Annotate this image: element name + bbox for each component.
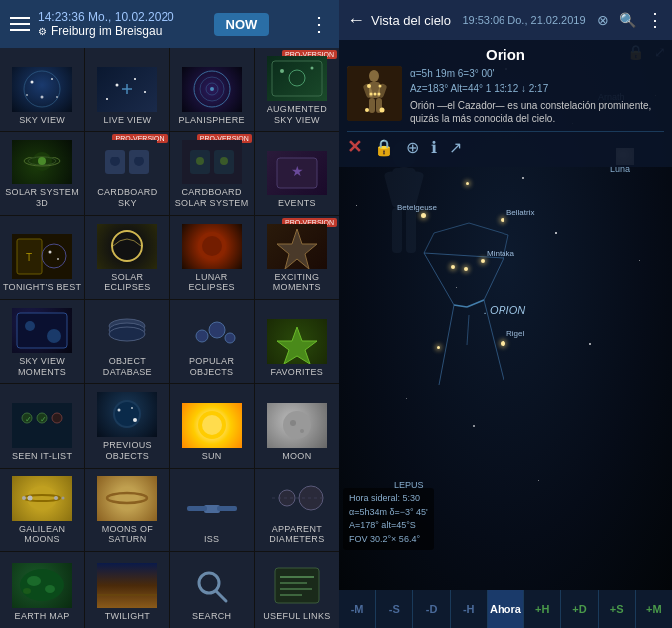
settings-icon-small: ⚙: [38, 26, 47, 37]
svg-point-67: [283, 411, 311, 439]
grid-item-iss[interactable]: ISS: [170, 469, 254, 551]
share-icon[interactable]: ↗: [449, 138, 462, 157]
grid-item-label-moon: MOON: [282, 451, 311, 462]
grid-item-label-popular-objects: POPULAR OBJECTS: [172, 356, 252, 378]
grid-item-label-cardboard-solar-system: CARDBOARD SOLAR SYSTEM: [172, 187, 252, 209]
sky-map[interactable]: Betelgeuse Bellatrix Mintaka Rigel . ORI…: [339, 40, 672, 590]
ctrl-btn-minus-d[interactable]: -D: [413, 590, 450, 628]
grid-item-popular-objects[interactable]: POPULAR OBJECTS: [170, 300, 254, 383]
target-icon[interactable]: ⊕: [406, 138, 419, 157]
grid-item-live-view[interactable]: LIVE VIEW: [85, 48, 168, 131]
svg-point-31: [196, 157, 204, 165]
grid-item-cardboard-sky[interactable]: PRO-VERSIONCARDBOARD SKY: [85, 132, 168, 214]
svg-line-111: [424, 233, 434, 253]
grid-item-exciting-moments[interactable]: PRO-VERSIONEXCITING MOMENTS: [255, 216, 339, 299]
ctrl-btn-plus-h[interactable]: +H: [524, 590, 561, 628]
coords-line1: α=5h 19m 6=3° 00': [410, 66, 664, 81]
ctrl-btn-minus-h[interactable]: -H: [451, 590, 488, 628]
info-content: α=5h 19m 6=3° 00' Az=183° Alt=44° 1 13:1…: [347, 66, 664, 125]
ctrl-btn-ahora[interactable]: Ahora: [488, 590, 524, 628]
grid-item-planisphere[interactable]: PLANISPHERE: [170, 48, 254, 131]
grid-item-search[interactable]: SEARCH: [170, 552, 254, 628]
svg-point-68: [290, 420, 296, 426]
mintaka-star: [481, 259, 485, 263]
svg-point-43: [202, 236, 222, 256]
svg-point-18: [289, 70, 305, 86]
now-button[interactable]: NOW: [214, 13, 270, 36]
svg-point-59: [52, 413, 62, 423]
hamburger-icon[interactable]: [10, 17, 30, 31]
grid-item-favorites[interactable]: FAVORITES: [255, 300, 339, 383]
grid-item-label-seen-it-list: SEEN IT-LIST: [12, 451, 72, 462]
svg-point-61: [115, 402, 139, 426]
lock-action-icon[interactable]: 🔒: [374, 138, 394, 157]
grid-item-sun[interactable]: SUN: [170, 384, 254, 467]
left-panel: 14:23:36 Mo., 10.02.2020 ⚙ Freiburg im B…: [0, 0, 339, 628]
back-arrow-icon[interactable]: ←: [347, 10, 365, 31]
svg-point-19: [280, 69, 284, 73]
svg-rect-80: [217, 506, 237, 511]
info-text: α=5h 19m 6=3° 00' Az=183° Alt=44° 1 13:1…: [410, 66, 664, 125]
svg-line-107: [454, 305, 467, 307]
more-icon[interactable]: ⋮: [646, 9, 664, 31]
grid-item-events[interactable]: ★EVENTS: [255, 132, 339, 214]
grid-item-twilight[interactable]: TWILIGHT: [85, 552, 168, 628]
grid-item-cardboard-solar-system[interactable]: PRO-VERSIONCARDBOARD SOLAR SYSTEM: [170, 132, 254, 214]
svg-point-74: [54, 496, 58, 500]
svg-point-123: [379, 85, 382, 88]
svg-point-87: [23, 588, 31, 594]
grid-item-solar-eclipses[interactable]: SOLAR ECLIPSES: [85, 216, 168, 299]
svg-point-53: [225, 333, 235, 343]
right-header-left: ← Vista del cielo: [347, 10, 451, 31]
grid-item-solar-system-3d[interactable]: SOLAR SYSTEM 3D: [0, 132, 84, 214]
grid-item-moons-of-saturn[interactable]: MOONS OF SATURN: [85, 469, 168, 551]
grid-item-seen-it-list[interactable]: ✓✓SEEN IT-LIST: [0, 384, 84, 467]
left-header-left: 14:23:36 Mo., 10.02.2020 ⚙ Freiburg im B…: [10, 10, 174, 38]
grid-item-apparent-diameters[interactable]: APPARENT DIAMETERS: [255, 469, 339, 551]
ctrl-btn-minus-m[interactable]: -M: [339, 590, 376, 628]
grid-item-label-lunar-eclipses: LUNAR ECLIPSES: [172, 272, 252, 294]
bellatrix-label: Bellatrix: [506, 208, 534, 217]
svg-point-64: [133, 418, 137, 422]
svg-marker-44: [277, 229, 317, 269]
grid-item-object-database[interactable]: OBJECT DATABASE: [85, 300, 168, 383]
grid-item-useful-links[interactable]: USEFUL LINKS: [255, 552, 339, 628]
grid-item-previous-objects[interactable]: PREVIOUS OBJECTS: [85, 384, 168, 467]
grid-item-label-favorites: FAVORITES: [271, 367, 324, 378]
svg-point-39: [57, 258, 59, 260]
grid-item-label-sky-view-moments: SKY VIEW MOMENTS: [2, 356, 82, 378]
rigel-star: [501, 341, 505, 346]
main-grid: SKY VIEWLIVE VIEWPLANISPHEREPRO-VERSIONA…: [0, 48, 339, 628]
svg-point-40: [113, 232, 141, 260]
alnitak-star: [451, 265, 455, 269]
ctrl-btn-plus-s[interactable]: +S: [599, 590, 636, 628]
more-icon[interactable]: ⋮: [309, 12, 329, 36]
coords-line2: Az=183° Alt=44° 1 13:12 ↓ 2:17: [410, 81, 664, 96]
grid-item-augmented-sky-view[interactable]: PRO-VERSIONAUGMENTED SKY VIEW: [255, 48, 339, 131]
svg-rect-17: [272, 61, 322, 96]
svg-point-127: [365, 108, 369, 112]
grid-item-sky-view[interactable]: SKY VIEW: [0, 48, 84, 131]
ctrl-btn-plus-m[interactable]: +M: [636, 590, 672, 628]
grid-item-lunar-eclipses[interactable]: LUNAR ECLIPSES: [170, 216, 254, 299]
grid-item-moon[interactable]: MOON: [255, 384, 339, 467]
betelgeuse-star: [421, 213, 426, 218]
svg-line-113: [434, 223, 469, 233]
ctrl-btn-plus-d[interactable]: +D: [561, 590, 598, 628]
info-icon[interactable]: ℹ: [431, 138, 437, 157]
grid-item-earth-map[interactable]: EARTH MAP: [0, 552, 84, 628]
close-button[interactable]: ✕: [347, 136, 362, 157]
grid-item-galilean-moons[interactable]: GALILEAN MOONS: [0, 469, 84, 551]
search-icon[interactable]: 🔍: [619, 12, 636, 28]
view-title: Vista del cielo: [371, 13, 451, 28]
grid-item-label-sun: SUN: [202, 451, 222, 462]
svg-marker-54: [277, 327, 317, 364]
svg-rect-45: [17, 313, 67, 348]
svg-point-2: [51, 78, 53, 80]
svg-point-86: [45, 585, 55, 593]
right-header: ← Vista del cielo 19:53:06 Do., 21.02.20…: [339, 0, 672, 40]
grid-item-tonights-best[interactable]: TTONIGHT'S BEST: [0, 216, 84, 299]
grid-item-sky-view-moments[interactable]: SKY VIEW MOMENTS: [0, 300, 84, 383]
svg-point-0: [24, 71, 60, 107]
ctrl-btn-minus-s[interactable]: -S: [376, 590, 413, 628]
